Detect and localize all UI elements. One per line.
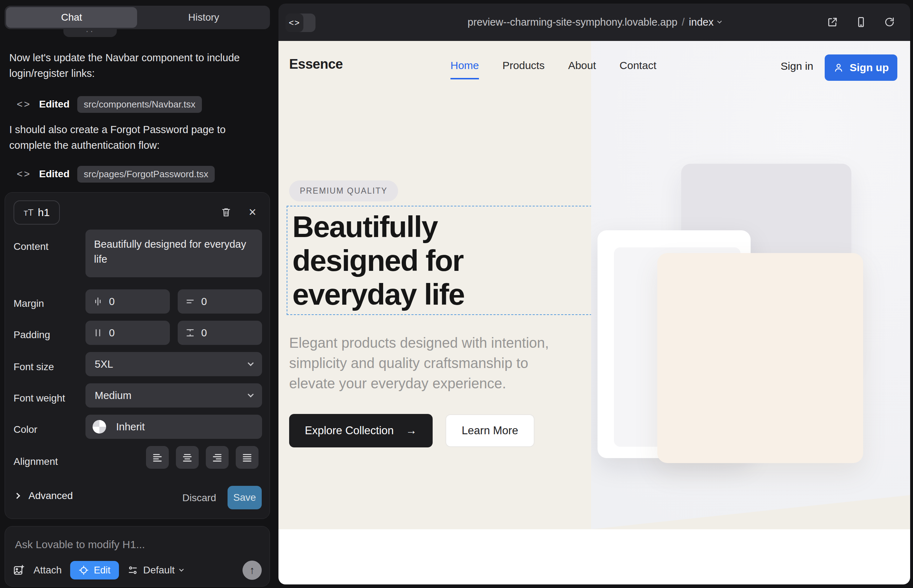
view-mode-toggle[interactable]: <>	[286, 13, 316, 32]
font-weight-select[interactable]: Medium	[86, 383, 262, 407]
save-button[interactable]: Save	[228, 486, 262, 509]
preview-toolbar: <> preview--charming-site-symphony.lovab…	[278, 3, 910, 41]
nav-products[interactable]: Products	[502, 60, 544, 79]
url-host: preview--charming-site-symphony.lovable.…	[468, 16, 677, 28]
hero-left-panel: PREMIUM QUALITY Beautifully designed for…	[278, 41, 591, 529]
edited-label: Edited	[39, 168, 70, 180]
tab-chat[interactable]: Chat	[6, 7, 137, 28]
composer-input[interactable]: Ask Lovable to modify H1...	[15, 538, 145, 551]
margin-x-value: 0	[109, 296, 115, 307]
mode-select[interactable]: Default	[128, 564, 183, 576]
type-icon: тT	[24, 207, 34, 218]
padding-horizontal-icon	[92, 328, 103, 338]
align-justify-icon	[241, 452, 253, 463]
align-left-button[interactable]	[146, 446, 169, 469]
chat-sidebar: ·· Chat History Now let's update the Nav…	[0, 0, 278, 588]
margin-y-value: 0	[201, 296, 207, 307]
decor-card-cream	[657, 253, 863, 463]
sliders-icon	[128, 565, 138, 575]
font-weight-value: Medium	[95, 390, 131, 402]
content-input[interactable]: Beautifully designed for everyday life	[86, 229, 262, 277]
refresh-icon	[884, 16, 895, 28]
tab-history[interactable]: History	[138, 6, 270, 29]
align-center-icon	[181, 452, 193, 463]
color-swatch-icon	[92, 420, 106, 433]
attach-button[interactable]: Attach	[34, 564, 62, 576]
advanced-toggle[interactable]: Advanced	[15, 490, 73, 501]
external-link-icon	[827, 16, 838, 28]
h1-selection-outline[interactable]: Beautifully designed for everyday life	[287, 206, 592, 315]
padding-x-value: 0	[109, 327, 115, 339]
chevron-right-icon	[14, 493, 20, 499]
discard-button[interactable]: Discard	[182, 492, 216, 504]
explore-label: Explore Collection	[305, 424, 394, 437]
edit-mode-button[interactable]: Edit	[70, 561, 119, 580]
align-left-icon	[152, 452, 163, 463]
font-size-select[interactable]: 5XL	[86, 352, 262, 376]
margin-vertical-icon	[185, 296, 196, 307]
mobile-preview-button[interactable]	[855, 16, 868, 29]
padding-vertical-icon	[185, 328, 196, 338]
padding-y-input[interactable]: 0	[178, 321, 262, 345]
element-tag-pill[interactable]: тT h1	[13, 200, 60, 225]
nav-about[interactable]: About	[568, 60, 596, 79]
align-justify-button[interactable]	[236, 446, 259, 469]
sign-up-button[interactable]: Sign up	[825, 55, 897, 81]
preview-actions	[826, 16, 896, 29]
align-center-button[interactable]	[176, 446, 199, 469]
send-button[interactable]: ↑	[243, 561, 262, 580]
edited-file-row: <> Edited src/pages/ForgotPassword.tsx	[17, 165, 215, 183]
padding-x-input[interactable]: 0	[86, 321, 170, 345]
sign-in-link[interactable]: Sign in	[780, 60, 813, 72]
nav-contact[interactable]: Contact	[620, 60, 656, 79]
user-icon	[833, 62, 844, 73]
color-select[interactable]: Inherit	[86, 415, 262, 439]
quality-badge: PREMIUM QUALITY	[289, 181, 398, 202]
target-icon	[79, 565, 89, 575]
brand-logo[interactable]: Essence	[289, 57, 343, 72]
edited-file-row: <> Edited src/components/Navbar.tsx	[17, 95, 202, 113]
edited-label: Edited	[39, 99, 70, 110]
delete-element-button[interactable]	[218, 204, 234, 220]
attach-image-icon	[13, 564, 25, 576]
refresh-button[interactable]	[883, 16, 896, 29]
margin-y-input[interactable]: 0	[178, 289, 262, 313]
content-label: Content	[13, 241, 49, 252]
chat-message: I should also create a Forgot Password p…	[9, 122, 264, 153]
chevron-down-icon	[248, 360, 254, 366]
margin-horizontal-icon	[92, 296, 103, 307]
mode-label: Default	[143, 564, 175, 576]
file-chip[interactable]: src/pages/ForgotPassword.tsx	[77, 166, 215, 183]
url-path[interactable]: index	[689, 16, 714, 28]
align-right-button[interactable]	[206, 446, 228, 469]
margin-x-input[interactable]: 0	[86, 289, 170, 313]
close-icon: ×	[249, 206, 256, 218]
learn-more-button[interactable]: Learn More	[445, 414, 534, 447]
close-editor-button[interactable]: ×	[244, 204, 261, 220]
alignment-buttons	[146, 446, 259, 469]
chevron-down-icon	[717, 19, 722, 24]
padding-y-value: 0	[201, 327, 207, 339]
url-bar[interactable]: preview--charming-site-symphony.lovable.…	[468, 16, 721, 28]
composer-toolbar: Attach Edit Default	[13, 561, 183, 580]
element-editor-panel: тT h1 × Content Beautifully designed for…	[5, 192, 270, 519]
nav-home[interactable]: Home	[450, 60, 479, 79]
file-chip[interactable]: src/components/Navbar.tsx	[77, 96, 202, 113]
hero-description: Elegant products designed with intention…	[289, 333, 574, 393]
composer-panel: Ask Lovable to modify H1... Attach Edit …	[5, 526, 270, 586]
hero-right-panel	[591, 41, 910, 529]
font-size-value: 5XL	[95, 359, 113, 370]
element-tag: h1	[38, 207, 50, 218]
font-size-label: Font size	[13, 361, 54, 373]
color-label: Color	[13, 424, 37, 435]
code-view-segment[interactable]: <>	[286, 13, 303, 32]
advanced-label: Advanced	[29, 490, 73, 501]
hero-cta-row: Explore Collection → Learn More	[289, 414, 534, 447]
open-external-button[interactable]	[826, 16, 839, 29]
hero-headline[interactable]: Beautifully designed for everyday life	[287, 207, 515, 312]
padding-label: Padding	[13, 329, 50, 341]
font-weight-label: Font weight	[13, 393, 65, 404]
chevron-down-icon	[248, 391, 254, 397]
edit-label: Edit	[94, 565, 110, 576]
explore-collection-button[interactable]: Explore Collection →	[289, 414, 433, 447]
